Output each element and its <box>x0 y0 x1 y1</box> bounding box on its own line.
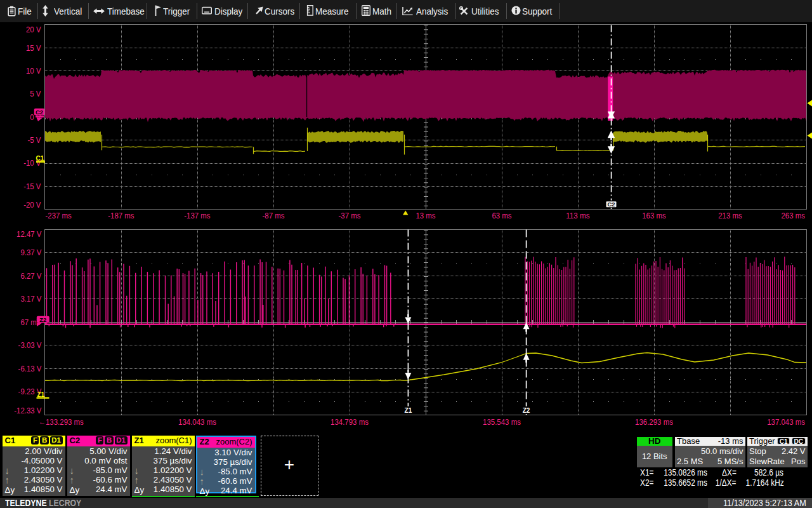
svg-text:-187 ms: -187 ms <box>108 211 134 220</box>
svg-text:Z2: Z2 <box>523 407 530 414</box>
svg-text:13 ms: 13 ms <box>416 211 436 220</box>
svg-text:5 V: 5 V <box>30 89 41 98</box>
svg-text:9.37 V: 9.37 V <box>20 248 41 257</box>
svg-text:263 ms: 263 ms <box>782 211 806 220</box>
svg-text:213 ms: 213 ms <box>718 211 742 220</box>
svg-text:134.043 ms: 134.043 ms <box>178 417 216 427</box>
svg-text:-15 V: -15 V <box>23 182 41 191</box>
svg-text:133.293 ms: 133.293 ms <box>46 417 84 427</box>
svg-text:113 ms: 113 ms <box>566 211 590 220</box>
svg-text:-137 ms: -137 ms <box>184 211 211 220</box>
svg-text:-237 ms: -237 ms <box>46 211 72 220</box>
svg-text:15 V: 15 V <box>26 43 41 53</box>
svg-text:C1: C1 <box>36 155 44 162</box>
svg-text:←: ← <box>39 418 46 425</box>
svg-text:C2: C2 <box>607 201 615 208</box>
svg-text:135.543 ms: 135.543 ms <box>483 417 521 427</box>
svg-text:-87 ms: -87 ms <box>263 211 285 220</box>
svg-text:-12.33 V: -12.33 V <box>14 406 41 415</box>
svg-text:-3.03 V: -3.03 V <box>18 340 42 350</box>
svg-text:Z1: Z1 <box>37 391 45 398</box>
svg-text:10 V: 10 V <box>26 66 41 76</box>
svg-text:12.47 V: 12.47 V <box>16 229 42 239</box>
svg-text:-6.13 V: -6.13 V <box>18 364 42 373</box>
svg-text:3.17 V: 3.17 V <box>20 294 41 304</box>
svg-text:-5 V: -5 V <box>28 135 41 145</box>
svg-text:6.27 V: 6.27 V <box>20 271 41 281</box>
svg-text:C2: C2 <box>36 109 43 116</box>
svg-text:Z1: Z1 <box>405 407 412 414</box>
svg-text:Z2: Z2 <box>39 316 46 323</box>
svg-text:-20 V: -20 V <box>23 200 41 210</box>
svg-text:137.043 ms: 137.043 ms <box>767 417 805 427</box>
svg-text:136.293 ms: 136.293 ms <box>635 417 673 427</box>
svg-text:63 ms: 63 ms <box>492 211 512 220</box>
svg-text:-37 ms: -37 ms <box>339 211 361 220</box>
svg-text:163 ms: 163 ms <box>642 211 666 220</box>
svg-text:20 V: 20 V <box>26 25 41 34</box>
svg-text:134.793 ms: 134.793 ms <box>331 417 369 427</box>
